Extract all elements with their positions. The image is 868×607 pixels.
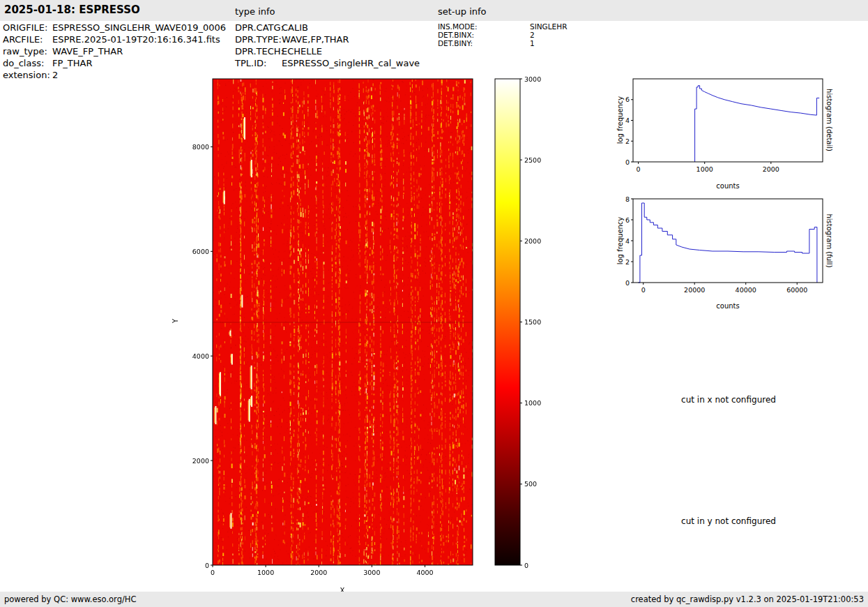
cut-x-message: cut in x not configured xyxy=(681,395,776,405)
main-y-axis-label: Y xyxy=(172,319,179,323)
info-label: do_class: xyxy=(3,57,52,69)
svg-text:1000: 1000 xyxy=(257,569,274,576)
svg-text:2000: 2000 xyxy=(524,237,541,245)
file-info-row: do_class:FP_THAR xyxy=(3,57,226,69)
svg-text:2000: 2000 xyxy=(763,165,779,173)
setup-info-row: DET.BINY:1 xyxy=(438,39,567,47)
histogram-full-plot: 020000400006000002468 xyxy=(614,193,837,305)
header-bar: 2025-01-18: ESPRESSO type info set-up in… xyxy=(0,0,868,21)
setup-info-heading: set-up info xyxy=(438,6,487,17)
svg-text:1000: 1000 xyxy=(696,165,713,173)
svg-text:0: 0 xyxy=(641,286,646,294)
svg-text:8000: 8000 xyxy=(192,143,209,151)
footer-left-text: powered by QC: www.eso.org/HC xyxy=(4,594,136,604)
info-label: raw_type: xyxy=(3,45,52,57)
info-label: extension: xyxy=(3,69,52,81)
info-value: ECHELLE xyxy=(282,45,322,57)
svg-text:20000: 20000 xyxy=(684,286,705,294)
histogram-full-y-label: log frequency xyxy=(616,217,624,265)
type-info-row: DPR.TECH:ECHELLE xyxy=(235,45,420,57)
page-title: 2025-01-18: ESPRESSO xyxy=(4,3,140,16)
info-value: WAVE,FP,THAR xyxy=(282,33,349,45)
svg-text:0: 0 xyxy=(637,165,641,173)
info-label: DPR.TECH: xyxy=(235,45,282,57)
colorbar xyxy=(495,79,520,565)
file-info-row: raw_type:WAVE_FP_THAR xyxy=(3,45,226,57)
svg-text:6: 6 xyxy=(625,216,630,224)
histogram-full-title: histogram (full) xyxy=(825,213,833,267)
svg-text:2: 2 xyxy=(625,137,630,145)
svg-text:4: 4 xyxy=(625,117,630,124)
svg-text:60000: 60000 xyxy=(786,286,807,294)
svg-text:2500: 2500 xyxy=(524,156,541,164)
info-label: TPL.ID: xyxy=(235,57,282,69)
histogram-detail-title: histogram (detail) xyxy=(825,89,833,151)
svg-text:3000: 3000 xyxy=(363,569,380,576)
type-info-heading: type info xyxy=(235,6,275,17)
raw-detector-image xyxy=(213,79,473,565)
info-value: WAVE_FP_THAR xyxy=(52,45,123,57)
footer-right-text: created by qc_rawdisp.py v1.2.3 on 2025-… xyxy=(631,594,864,604)
svg-text:4: 4 xyxy=(625,237,630,245)
setup-info-row: INS.MODE:SINGLEHR xyxy=(438,22,567,31)
histogram-full-x-label: counts xyxy=(716,302,739,310)
type-info-row: DPR.TYPE:WAVE,FP,THAR xyxy=(235,33,420,45)
footer-bar: powered by QC: www.eso.org/HC created by… xyxy=(0,592,868,607)
svg-text:0: 0 xyxy=(524,562,528,569)
info-value: 2 xyxy=(530,31,535,39)
info-value: CALIB xyxy=(282,22,308,33)
info-label: DPR.CATG: xyxy=(235,22,282,33)
info-label: DET.BINY: xyxy=(438,39,530,47)
svg-text:40000: 40000 xyxy=(736,286,756,294)
info-value: SINGLEHR xyxy=(530,22,567,31)
info-label: DET.BINX: xyxy=(438,31,530,39)
setup-info-block: INS.MODE:SINGLEHR DET.BINX:2 DET.BINY:1 xyxy=(438,22,567,47)
histogram-detail-x-label: counts xyxy=(716,182,739,190)
file-info-row: extension:2 xyxy=(3,69,226,81)
svg-text:8: 8 xyxy=(625,195,630,203)
info-label: INS.MODE: xyxy=(438,22,530,31)
svg-text:2000: 2000 xyxy=(192,457,209,465)
info-value: ESPRESSO_singleHR_cal_wave xyxy=(282,57,420,69)
svg-text:4000: 4000 xyxy=(192,352,209,360)
histogram-detail-y-label: log frequency xyxy=(616,96,624,144)
svg-text:0: 0 xyxy=(205,562,209,569)
info-value: 1 xyxy=(530,39,535,47)
file-info-row: ORIGFILE:ESPRESSO_SINGLEHR_WAVE019_0006 xyxy=(3,22,226,33)
info-label: ARCFILE: xyxy=(3,33,52,45)
info-value: FP_THAR xyxy=(52,57,92,69)
type-info-block: DPR.CATG:CALIB DPR.TYPE:WAVE,FP,THAR DPR… xyxy=(235,22,420,69)
svg-text:4000: 4000 xyxy=(416,569,433,576)
histogram-detail-plot: 0100020000246 xyxy=(614,73,837,185)
svg-text:2000: 2000 xyxy=(310,569,327,576)
info-value: ESPRESSO_SINGLEHR_WAVE019_0006 xyxy=(52,22,226,33)
svg-text:0: 0 xyxy=(625,158,630,166)
type-info-row: DPR.CATG:CALIB xyxy=(235,22,420,33)
file-info-block: ORIGFILE:ESPRESSO_SINGLEHR_WAVE019_0006 … xyxy=(3,22,226,81)
info-value: 2 xyxy=(52,69,58,81)
info-label: DPR.TYPE: xyxy=(235,33,282,45)
type-info-row: TPL.ID:ESPRESSO_singleHR_cal_wave xyxy=(235,57,420,69)
svg-text:1500: 1500 xyxy=(524,318,541,326)
svg-text:1000: 1000 xyxy=(524,399,541,407)
info-label: ORIGFILE: xyxy=(3,22,52,33)
svg-text:3000: 3000 xyxy=(524,75,541,83)
svg-text:6000: 6000 xyxy=(192,248,209,255)
svg-text:2: 2 xyxy=(625,258,630,266)
svg-text:0: 0 xyxy=(625,279,630,287)
info-value: ESPRE.2025-01-19T20:16:16.341.fits xyxy=(52,33,220,45)
setup-info-row: DET.BINX:2 xyxy=(438,31,567,39)
cut-y-message: cut in y not configured xyxy=(681,516,776,526)
svg-text:500: 500 xyxy=(524,480,537,488)
file-info-row: ARCFILE:ESPRE.2025-01-19T20:16:16.341.fi… xyxy=(3,33,226,45)
svg-text:0: 0 xyxy=(211,569,215,576)
svg-text:6: 6 xyxy=(625,96,630,103)
